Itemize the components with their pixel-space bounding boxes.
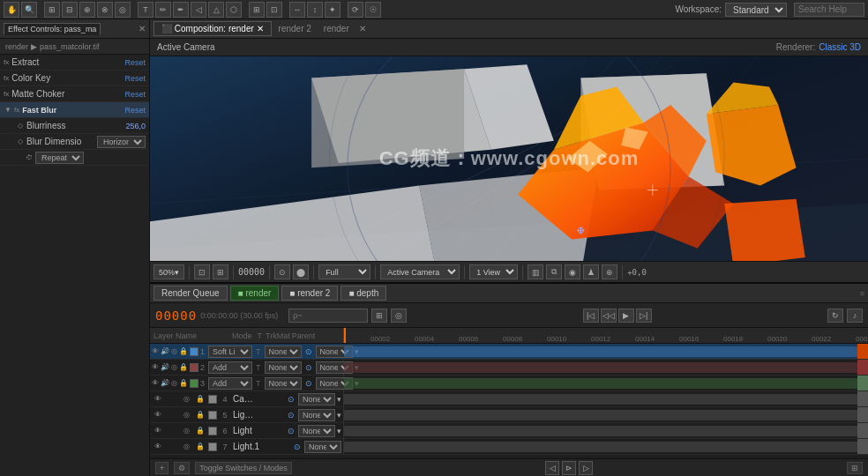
tl-tab-depth[interactable]: ■ depth [340, 286, 386, 301]
layer-7-parent[interactable]: None [304, 441, 341, 453]
zoom-tool-icon[interactable]: 🔍 [21, 2, 37, 18]
layer-2-mode[interactable]: AddNormal [208, 361, 252, 374]
layer-2-vis-icon[interactable]: 👁 [152, 361, 159, 374]
vt-render2-icon[interactable]: ◉ [565, 264, 580, 279]
layer-row-7[interactable]: 👁 ◎ 🔒 7 Light.1 ⊙ None [150, 439, 868, 455]
tc-loop-btn[interactable]: ↻ [827, 309, 843, 323]
layer-row-1[interactable]: 👁 🔊 ◎ 🔒 1 [glaa.tif] Soft LiNormalAdd T … [150, 344, 868, 360]
bb-prev-btn[interactable]: ◁ [545, 461, 559, 475]
layer-6-lock-icon[interactable]: 🔒 [194, 425, 206, 437]
hand-tool-icon[interactable]: ✋ [4, 2, 19, 18]
layer-3-mode[interactable]: AddNormal [208, 377, 252, 390]
layer-6-parent[interactable]: None [298, 425, 335, 437]
vt-layout-icon[interactable]: ▥ [528, 264, 543, 279]
layer-row-6[interactable]: 👁 ◎ 🔒 6 Light ⊙ None ▾ [150, 423, 868, 439]
layer-row-4[interactable]: 👁 ◎ 🔒 4 Camera ⊙ None ▾ [150, 391, 868, 407]
layer-4-solo-icon[interactable]: ◎ [180, 393, 192, 405]
comp-tab-close[interactable]: ✕ [359, 24, 366, 33]
effect-fastblur[interactable]: ▼ fx Fast Blur Reset [0, 102, 149, 118]
layer-4-vis-icon[interactable]: 👁 [152, 393, 164, 405]
tool-10[interactable]: △ [208, 2, 224, 18]
effect-repeat[interactable]: ⏱ Repeat Ed [0, 150, 149, 166]
layer-2-lock-icon[interactable]: 🔒 [179, 361, 188, 374]
vt-3d-icon[interactable]: ⊕ [602, 264, 617, 279]
effect-colorkey[interactable]: fx Color Key Reset [0, 71, 149, 86]
vt-snap-icon[interactable]: ⊙ [274, 264, 290, 279]
tool-4[interactable]: ⊗ [97, 2, 113, 18]
reset-matte[interactable]: Reset [124, 90, 146, 99]
layer-1-vis-icon[interactable]: 👁 [152, 346, 159, 358]
tool-7[interactable]: ✏ [155, 2, 171, 18]
effect-controls-tab[interactable]: Effect Controls: pass_ma [4, 23, 101, 35]
tc-prev-frame[interactable]: |◁ [583, 309, 599, 323]
layer-5-expand[interactable]: ▾ [337, 411, 341, 420]
camera-dropdown[interactable]: Active Camera [380, 264, 460, 279]
tool-6[interactable]: T [138, 2, 153, 18]
tool-14[interactable]: ↔ [289, 2, 305, 18]
layer-4-expand[interactable]: ▾ [337, 395, 341, 404]
layer-2-trkmat[interactable]: None [265, 361, 302, 374]
tc-play[interactable]: ▶ [618, 309, 634, 323]
tl-tab-render2[interactable]: ■ render 2 [281, 286, 338, 301]
blurriness-value[interactable]: 256,0 [125, 122, 146, 130]
layer-6-audio-icon[interactable] [166, 425, 178, 437]
layer-4-lock-icon[interactable]: 🔒 [194, 393, 206, 405]
timeline-search-input[interactable] [288, 309, 368, 323]
view-dropdown[interactable]: 1 View 2 Views 4 Views [469, 264, 518, 279]
tool-3[interactable]: ⊕ [79, 2, 95, 18]
layer-1-trkmat[interactable]: None [265, 346, 302, 358]
tc-timecode[interactable]: 00000 [155, 309, 197, 323]
vt-fit-icon[interactable]: ⊡ [194, 264, 210, 279]
layer-6-vis-icon[interactable]: 👁 [152, 425, 164, 437]
tool-17[interactable]: ⟳ [348, 2, 363, 18]
effect-controls-close[interactable]: ✕ [138, 24, 146, 33]
effect-blurriness[interactable]: ◇ Blurriness 256,0 [0, 118, 149, 134]
effect-blurdimension[interactable]: ◇ Blur Dimensio Horizon Vertical Both [0, 134, 149, 150]
layer-3-solo-icon[interactable]: ◎ [171, 377, 177, 390]
layer-row-2[interactable]: 👁 🔊 ◎ 🔒 2 [Black Solid 1] AddNormal T No… [150, 360, 868, 376]
tc-solo-btn[interactable]: ◎ [391, 309, 407, 323]
search-input[interactable] [794, 3, 864, 17]
toggle-switches-btn[interactable]: Toggle Switches / Modes [195, 462, 292, 474]
tool-18[interactable]: ☉ [365, 2, 381, 18]
layer-7-solo-icon[interactable]: ◎ [180, 441, 192, 453]
layer-4-audio-icon[interactable] [166, 393, 178, 405]
comp-tab-render[interactable]: ⬛ Composition: render ✕ [153, 21, 272, 36]
tool-11[interactable]: ⬡ [226, 2, 242, 18]
layer-7-lock-icon[interactable]: 🔒 [194, 441, 206, 453]
layer-3-lock-icon[interactable]: 🔒 [179, 377, 188, 390]
layer-5-vis-icon[interactable]: 👁 [152, 409, 164, 421]
layer-1-solo-icon[interactable]: ◎ [171, 346, 177, 358]
layer-5-lock-icon[interactable]: 🔒 [194, 409, 206, 421]
vt-render-icon[interactable]: ⬤ [293, 264, 309, 279]
bb-next-btn[interactable]: ▷ [579, 461, 593, 475]
workspace-dropdown[interactable]: Standard [725, 3, 787, 17]
tl-options[interactable]: ≡ [860, 289, 864, 298]
vt-people-icon[interactable]: ♟ [583, 264, 599, 279]
tool-1[interactable]: ⊞ [44, 2, 60, 18]
reset-extract[interactable]: Reset [124, 58, 146, 67]
repeat-edge-dropdown[interactable]: Repeat Ed [35, 152, 84, 164]
tool-16[interactable]: ✦ [325, 2, 340, 18]
tool-13[interactable]: ⊡ [266, 2, 282, 18]
bb-expand-btn[interactable]: ⊞ [847, 462, 863, 474]
layer-5-solo-icon[interactable]: ◎ [180, 409, 192, 421]
layer-row-5[interactable]: 👁 ◎ 🔒 5 Light.1 ⊙ None ▾ [150, 407, 868, 423]
playhead[interactable] [344, 328, 346, 343]
layer-2-solo-icon[interactable]: ◎ [171, 361, 177, 374]
layer-3-vis-icon[interactable]: 👁 [152, 377, 159, 390]
layer-add-btn[interactable]: + [155, 462, 168, 474]
blur-dimension-dropdown[interactable]: Horizon Vertical Both [97, 136, 146, 148]
effect-extract[interactable]: fx Extract Reset [0, 55, 149, 71]
vt-zoom-display[interactable]: 50% ▾ [153, 264, 184, 279]
tool-5[interactable]: ◎ [115, 2, 131, 18]
tc-layer-btn[interactable]: ⊞ [371, 309, 387, 323]
layer-5-audio-icon[interactable] [166, 409, 178, 421]
layer-4-parent[interactable]: None [298, 393, 335, 405]
tc-next-frame[interactable]: ▷| [636, 309, 652, 323]
layer-3-trkmat[interactable]: None [265, 377, 302, 390]
tool-12[interactable]: ⊞ [249, 2, 265, 18]
layer-settings-btn[interactable]: ⚙ [174, 462, 190, 474]
comp-tab-render3[interactable]: render [318, 22, 355, 35]
layer-2-audio-icon[interactable]: 🔊 [161, 361, 169, 374]
